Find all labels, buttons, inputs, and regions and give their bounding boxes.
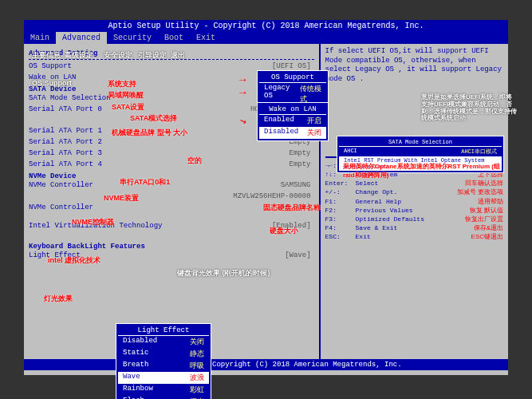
kb-heading: Keyboard BackLight Features <box>29 243 314 251</box>
light-option[interactable]: Static静态 <box>118 348 209 360</box>
help-text: If select UEFI OS,it will support UEFI M… <box>325 47 503 85</box>
tab-main[interactable]: Main <box>24 32 56 44</box>
popup-wol[interactable]: Wake on LAN Enabled开启 Disabled关闭 <box>257 102 329 141</box>
nvme-ctrl2a-row: MZVLW256HEHP-00000 <box>29 192 314 203</box>
tab-security[interactable]: Security <box>107 32 158 44</box>
popup-sata-mode[interactable]: SATA Mode Selection AHCIAHCI串口模式 Intel R… <box>337 136 504 173</box>
light-option[interactable]: Breath呼吸 <box>118 360 209 372</box>
tab-advanced[interactable]: Advanced <box>56 32 107 44</box>
help-key-row: ESC:ExitESC键退出 <box>325 232 503 241</box>
help-pane: If select UEFI OS,it will support UEFI M… <box>321 44 508 359</box>
help-key-row: F4:Save & Exit保存&退出 <box>325 223 503 232</box>
sata3-row: Serial ATA Port 3Empty <box>29 148 314 160</box>
popup-light-effect[interactable]: Light Effect Disabled关闭Static静态Breath呼吸W… <box>116 323 211 399</box>
tab-exit[interactable]: Exit <box>190 32 222 44</box>
nvme-heading: NVMe Device <box>29 172 314 180</box>
intel-vt-row[interactable]: Intel Virtualization Technology[Enabled] <box>29 221 314 232</box>
tab-boot[interactable]: Boot <box>158 32 190 44</box>
bios-footer: Version 2.20.1271. Copyright (C) 2018 Am… <box>24 359 508 370</box>
help-key-row: +/-:Change Opt.加减号 更改选项 <box>325 188 503 196</box>
bios-title: Aptio Setup Utility - Copyright (C) 2018… <box>24 20 508 32</box>
sata4-row: Serial ATA Port 4Empty <box>29 160 314 171</box>
help-key-row: F2:Previous Values恢复 默认值 <box>325 206 503 215</box>
tab-bar: Main Advanced Security Boot Exit <box>24 32 508 44</box>
nvme-ctrl-row: NVMe ControllerSAMSUNG <box>29 180 314 192</box>
help-key-row: F3:Optimized Defaults恢复出厂设置 <box>325 215 503 223</box>
light-option[interactable]: Flash闪光 <box>118 396 209 399</box>
light-option[interactable]: Disabled关闭 <box>118 336 209 348</box>
adv-heading: Advanced Setting <box>29 49 314 57</box>
light-option[interactable]: Rainbow彩虹 <box>118 384 209 396</box>
light-row[interactable]: Light Effect[Wave] <box>29 251 314 262</box>
nvme-ctrl2b-row: NVMe Controller(256.0GB) <box>29 203 314 214</box>
light-option[interactable]: Wave波浪 <box>118 372 209 384</box>
help-key-row: Enter:Select回车确认选择 <box>325 179 503 188</box>
help-key-row: F1:General Help通用帮助 <box>325 197 503 206</box>
